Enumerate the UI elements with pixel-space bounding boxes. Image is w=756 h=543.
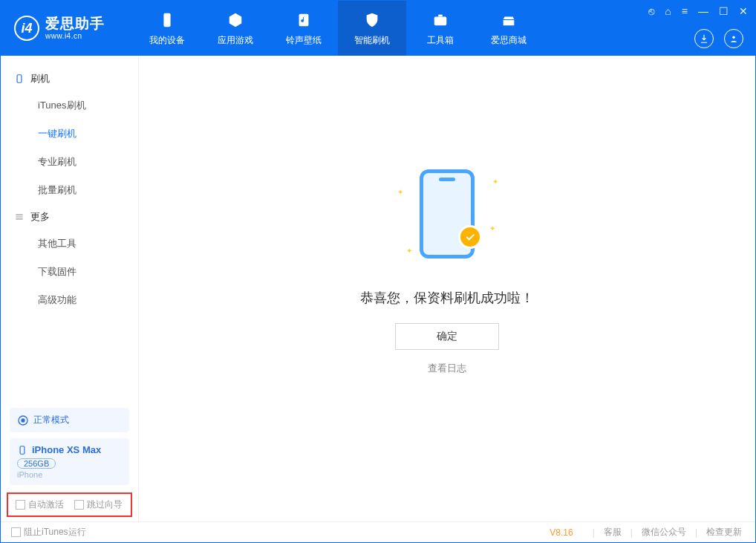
svg-rect-0 xyxy=(163,13,170,26)
tab-store[interactable]: 爱思商城 xyxy=(475,1,543,56)
sparkle-icon: ✦ xyxy=(489,224,495,233)
shield-refresh-icon xyxy=(362,10,382,30)
svg-rect-5 xyxy=(17,75,22,83)
device-type: iPhone xyxy=(17,470,122,479)
tab-label: 铃声壁纸 xyxy=(286,34,322,47)
group-label: 刷机 xyxy=(30,72,50,85)
sidebar-item-itunes[interactable]: iTunes刷机 xyxy=(1,91,138,120)
sidebar-item-other-tools[interactable]: 其他工具 xyxy=(1,230,138,258)
cube-icon xyxy=(226,10,245,30)
user-icon[interactable] xyxy=(724,29,743,48)
mode-label: 正常模式 xyxy=(33,414,69,426)
logo-icon: i4 xyxy=(14,16,39,41)
sparkle-icon: ✦ xyxy=(397,188,403,196)
svg-point-4 xyxy=(732,36,735,39)
lock-icon[interactable]: ⌂ xyxy=(665,5,671,17)
footer-link-update[interactable]: 检查更新 xyxy=(706,526,742,539)
close-button[interactable]: ✕ xyxy=(739,5,748,17)
maximize-button[interactable]: ☐ xyxy=(719,5,729,17)
briefcase-icon xyxy=(431,10,450,30)
svg-point-7 xyxy=(22,419,25,422)
sidebar-item-advanced[interactable]: 高级功能 xyxy=(1,286,138,314)
minimize-button[interactable]: — xyxy=(698,5,708,17)
sidebar-group-more: 更多 xyxy=(1,204,138,230)
sidebar-group-flash: 刷机 xyxy=(1,66,138,91)
view-log-link[interactable]: 查看日志 xyxy=(428,362,466,375)
tab-label: 我的设备 xyxy=(149,34,185,47)
device-box[interactable]: iPhone XS Max 256GB iPhone xyxy=(10,438,129,485)
menu-icon[interactable]: ≡ xyxy=(682,5,688,17)
tab-label: 应用游戏 xyxy=(218,34,253,47)
brand-en: www.i4.cn xyxy=(45,32,105,40)
sidebar-item-pro[interactable]: 专业刷机 xyxy=(1,148,138,176)
sidebar-item-batch[interactable]: 批量刷机 xyxy=(1,176,138,204)
checkbox-label: 自动激活 xyxy=(28,499,64,510)
device-name: iPhone XS Max xyxy=(32,444,101,455)
sparkle-icon: ✦ xyxy=(406,247,412,255)
brand-logo: i4 爱思助手 www.i4.cn xyxy=(1,16,118,41)
checkbox-label: 阻止iTunes运行 xyxy=(24,527,86,537)
tab-flash[interactable]: 智能刷机 xyxy=(338,1,406,56)
app-header: i4 爱思助手 www.i4.cn 我的设备 应用游戏 铃声壁纸 xyxy=(1,1,755,56)
success-message: 恭喜您，保资料刷机成功啦！ xyxy=(360,289,534,307)
status-bar: 阻止iTunes运行 V8.16 | 客服 | 微信公众号 | 检查更新 xyxy=(1,521,755,542)
svg-rect-2 xyxy=(434,16,447,25)
footer-link-wechat[interactable]: 微信公众号 xyxy=(642,526,686,539)
checkbox-block-itunes[interactable]: 阻止iTunes运行 xyxy=(11,526,86,539)
tab-apps[interactable]: 应用游戏 xyxy=(201,1,270,56)
sidebar: 刷机 iTunes刷机 一键刷机 专业刷机 批量刷机 更多 其他工具 下载固件 … xyxy=(1,56,139,521)
download-icon[interactable] xyxy=(694,29,714,48)
checkbox-auto-activate[interactable]: 自动激活 xyxy=(16,498,64,511)
tab-label: 爱思商城 xyxy=(491,34,527,47)
sparkle-icon: ✦ xyxy=(492,178,498,186)
svg-rect-3 xyxy=(438,14,443,16)
window-controls: ⎋ ⌂ ≡ — ☐ ✕ xyxy=(648,5,748,17)
group-label: 更多 xyxy=(30,210,50,224)
brand-cn: 爱思助手 xyxy=(45,16,105,32)
tab-ringtones[interactable]: 铃声壁纸 xyxy=(270,1,338,56)
success-illustration: ✦ ✦ ✦ ✦ xyxy=(391,158,503,270)
sidebar-bottom-highlight: 自动激活 跳过向导 xyxy=(7,492,132,517)
header-right-icons xyxy=(694,29,743,48)
sidebar-item-oneclick[interactable]: 一键刷机 xyxy=(1,120,138,148)
sidebar-item-download-fw[interactable]: 下载固件 xyxy=(1,258,138,286)
version-label: V8.16 xyxy=(550,527,573,538)
tab-label: 智能刷机 xyxy=(354,34,390,47)
footer-link-support[interactable]: 客服 xyxy=(604,526,622,539)
check-badge-icon xyxy=(458,225,482,249)
device-capacity: 256GB xyxy=(17,458,56,469)
main-pane: ✦ ✦ ✦ ✦ 恭喜您，保资料刷机成功啦！ 确定 查看日志 xyxy=(139,56,755,521)
svg-rect-8 xyxy=(20,446,25,454)
top-tabs: 我的设备 应用游戏 铃声壁纸 智能刷机 工具箱 xyxy=(133,1,543,56)
music-note-icon xyxy=(294,10,313,30)
checkbox-skip-guide[interactable]: 跳过向导 xyxy=(74,498,123,511)
mode-box[interactable]: 正常模式 xyxy=(10,408,129,432)
tshirt-icon[interactable]: ⎋ xyxy=(648,5,654,17)
tab-toolbox[interactable]: 工具箱 xyxy=(406,1,475,56)
ok-button[interactable]: 确定 xyxy=(395,323,499,350)
tab-label: 工具箱 xyxy=(427,34,454,47)
checkbox-label: 跳过向导 xyxy=(87,499,123,510)
tab-my-device[interactable]: 我的设备 xyxy=(133,1,201,56)
store-icon xyxy=(499,10,518,30)
phone-icon xyxy=(157,10,177,30)
